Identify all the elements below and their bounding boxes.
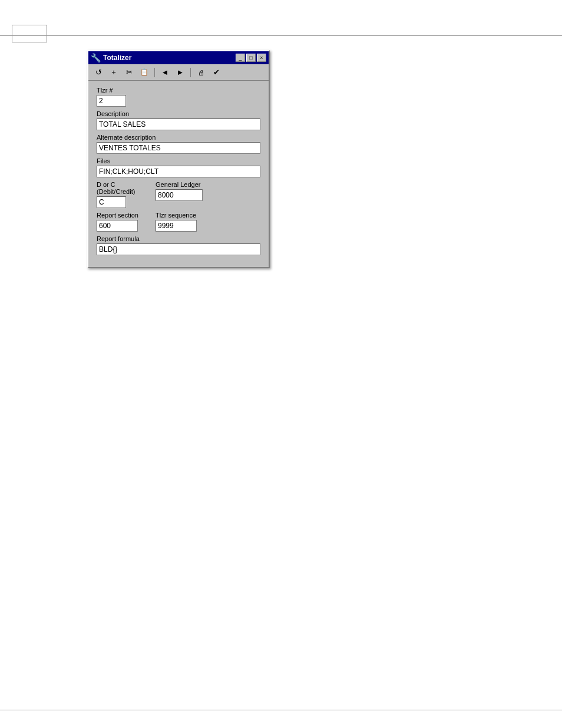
- alt-description-input[interactable]: [97, 142, 260, 154]
- debit-credit-label: D or C (Debit/Credit): [97, 181, 150, 195]
- toolbar: ↺ + ✂ 📋 ◄ ► 🖨 ✔: [88, 64, 269, 81]
- tlzr-label: Tlzr #: [97, 87, 260, 94]
- title-bar: 🔧 Totalizer _ □ ×: [88, 51, 269, 64]
- prev-button[interactable]: ◄: [158, 67, 171, 78]
- tlzr-field-group: Tlzr #: [97, 87, 260, 107]
- alt-description-label: Alternate description: [97, 134, 260, 141]
- undo-button[interactable]: ↺: [92, 67, 105, 78]
- files-field-group: Files: [97, 157, 260, 177]
- toolbar-separator-2: [190, 68, 191, 77]
- window-title: Totalizer: [103, 54, 131, 62]
- report-section-input[interactable]: [97, 220, 138, 232]
- app-icon: 🔧: [91, 53, 101, 62]
- title-bar-left: 🔧 Totalizer: [91, 53, 131, 62]
- print-button[interactable]: 🖨: [194, 67, 207, 78]
- form-area: Tlzr # Description Alternate description…: [88, 81, 269, 267]
- close-button[interactable]: ×: [257, 54, 266, 62]
- report-section-field-group: Report section: [97, 212, 150, 232]
- files-input[interactable]: [97, 166, 260, 177]
- description-label: Description: [97, 110, 260, 117]
- page-border-bottom: [0, 710, 562, 710]
- alt-description-field-group: Alternate description: [97, 134, 260, 154]
- check-button[interactable]: ✔: [210, 67, 223, 78]
- report-section-label: Report section: [97, 212, 150, 219]
- tlzr-sequence-label: Tlzr sequence: [156, 212, 209, 219]
- debit-credit-field-group: D or C (Debit/Credit): [97, 181, 150, 208]
- general-ledger-label: General Ledger: [156, 181, 260, 188]
- title-bar-controls: _ □ ×: [236, 54, 266, 62]
- files-label: Files: [97, 157, 260, 164]
- tlzr-sequence-input[interactable]: [156, 220, 197, 232]
- paste-button[interactable]: 📋: [138, 67, 151, 78]
- description-input[interactable]: [97, 118, 260, 130]
- report-formula-field-group: Report formula: [97, 235, 260, 255]
- debit-credit-gl-row: D or C (Debit/Credit) General Ledger: [97, 181, 260, 208]
- corner-box: [12, 25, 47, 42]
- tlzr-input[interactable]: [97, 95, 126, 107]
- report-formula-label: Report formula: [97, 235, 260, 242]
- maximize-button[interactable]: □: [246, 54, 256, 62]
- tlzr-sequence-field-group: Tlzr sequence: [156, 212, 209, 232]
- totalizer-window: 🔧 Totalizer _ □ × ↺ + ✂ 📋 ◄ ► 🖨 ✔ Tlzr #…: [87, 50, 270, 268]
- debit-credit-input[interactable]: [97, 196, 126, 208]
- cut-button[interactable]: ✂: [123, 67, 135, 78]
- minimize-button[interactable]: _: [236, 54, 245, 62]
- report-formula-input[interactable]: [97, 243, 260, 255]
- report-section-sequence-row: Report section Tlzr sequence: [97, 212, 260, 232]
- general-ledger-field-group: General Ledger: [156, 181, 260, 208]
- toolbar-separator-1: [154, 68, 155, 77]
- add-button[interactable]: +: [107, 67, 120, 78]
- general-ledger-input[interactable]: [156, 189, 203, 201]
- next-button[interactable]: ►: [174, 67, 187, 78]
- page-border-top: [0, 35, 562, 36]
- description-field-group: Description: [97, 110, 260, 130]
